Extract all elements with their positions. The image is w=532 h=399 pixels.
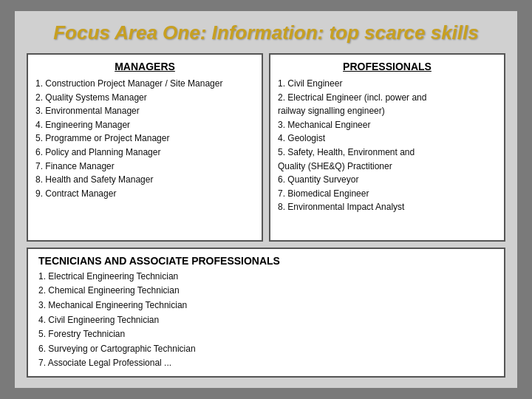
list-item: 1. Civil Engineer (278, 77, 497, 91)
list-item: 7. Biomedical Engineer (278, 187, 497, 201)
list-item: railway signalling engineer) (278, 104, 497, 118)
slide: Focus Area One: Information: top scarce … (15, 11, 517, 388)
list-item: 7. Associate Legal Professional ... (38, 356, 494, 370)
list-item: Quality (SHE&Q) Practitioner (278, 160, 497, 174)
list-item: 3. Mechanical Engineering Technician (38, 299, 494, 313)
list-item: 8. Health and Safety Manager (35, 173, 254, 187)
top-row: MANAGERS 1. Construction Project Manager… (27, 53, 505, 242)
list-item: 4. Geologist (278, 132, 497, 146)
list-item: 2. Chemical Engineering Technician (38, 284, 494, 298)
list-item: 3. Mechanical Engineer (278, 118, 497, 132)
managers-box: MANAGERS 1. Construction Project Manager… (27, 53, 263, 242)
list-item: 6. Policy and Planning Manager (35, 146, 254, 160)
list-item: 9. Contract Manager (35, 187, 254, 201)
list-item: 3. Environmental Manager (35, 104, 254, 118)
list-item: 5. Programme or Project Manager (35, 132, 254, 146)
list-item: 7. Finance Manager (35, 160, 254, 174)
list-item: 5. Forestry Technician (38, 327, 494, 341)
technicians-list: 1. Electrical Engineering Technician2. C… (38, 270, 494, 370)
professionals-list: 1. Civil Engineer2. Electrical Engineer … (278, 77, 497, 214)
managers-heading: MANAGERS (35, 61, 254, 72)
list-item: 6. Surveying or Cartographic Technician (38, 342, 494, 356)
list-item: 5. Safety, Health, Environment and (278, 146, 497, 160)
technicians-box: TECNICIANS AND ASSOCIATE PROFESSIONALS 1… (27, 248, 505, 378)
list-item: 2. Electrical Engineer (incl. power and (278, 91, 497, 105)
list-item: 4. Engineering Manager (35, 118, 254, 132)
professionals-heading: PROFESSIONALS (278, 61, 497, 72)
list-item: 6. Quantity Surveyor (278, 173, 497, 187)
slide-title: Focus Area One: Information: top scarce … (27, 21, 505, 44)
list-item: 1. Construction Project Manager / Site M… (35, 77, 254, 91)
list-item: 1. Electrical Engineering Technician (38, 270, 494, 284)
professionals-box: PROFESSIONALS 1. Civil Engineer2. Electr… (269, 53, 505, 242)
list-item: 4. Civil Engineering Technician (38, 313, 494, 327)
technicians-heading: TECNICIANS AND ASSOCIATE PROFESSIONALS (38, 255, 494, 267)
list-item: 8. Environmental Impact Analyst (278, 200, 497, 214)
managers-list: 1. Construction Project Manager / Site M… (35, 77, 254, 200)
list-item: 2. Quality Systems Manager (35, 91, 254, 105)
